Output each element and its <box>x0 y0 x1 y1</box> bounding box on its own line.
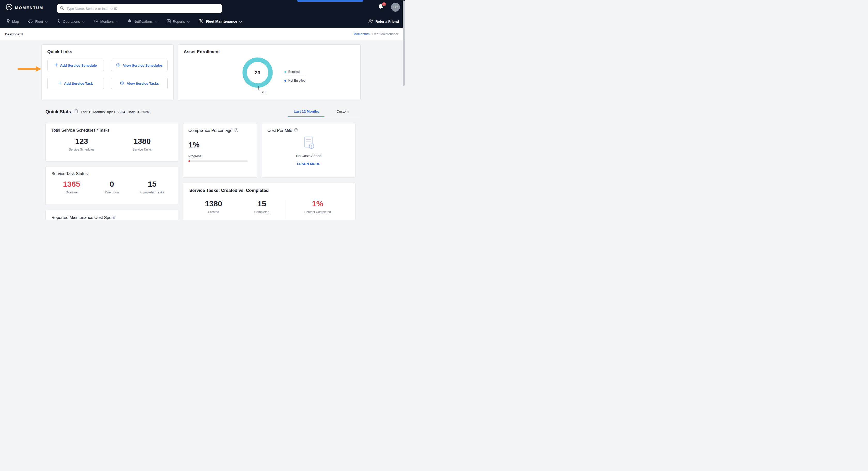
eye-icon <box>120 81 125 86</box>
chevron-down-icon <box>116 20 118 24</box>
nav-item-map[interactable]: Map <box>6 19 19 24</box>
nav-item-monitors[interactable]: Monitors <box>94 19 118 24</box>
eye-icon <box>116 63 121 67</box>
stat-value: 0 <box>92 180 132 188</box>
plus-icon <box>58 81 62 86</box>
add-service-schedule-button[interactable]: Add Service Schedule <box>47 60 104 71</box>
stat-value: 123 <box>52 137 112 145</box>
stat-value: 1380 <box>112 137 172 145</box>
nav-label: Fleet Maintenance <box>206 19 237 24</box>
asset-enrollment-donut-chart: 23 25 <box>238 57 277 99</box>
stat-label: Due Soon <box>92 191 132 194</box>
stat-label: Completed <box>238 210 286 214</box>
nav-item-notifications[interactable]: Notifications <box>128 19 157 24</box>
avatar[interactable]: LC <box>391 3 400 11</box>
nav-item-fleet[interactable]: Fleet <box>28 19 48 24</box>
asset-enrollment-card: Asset Enrollment 23 25 Enrolled Not Enro… <box>178 44 361 100</box>
stat-service-schedules: 123 Service Schedules <box>52 137 112 151</box>
stat-overdue: 1365 Overdue <box>52 180 92 194</box>
legend-label: Enrolled <box>288 70 300 73</box>
receipt-icon: $ <box>303 136 315 151</box>
map-pin-icon <box>6 19 10 24</box>
breadcrumb: Momentum / Fleet Maintenance <box>353 32 399 36</box>
stat-label: Completed Tasks <box>132 191 172 194</box>
nav-label: Fleet <box>35 20 43 24</box>
stat-percent-completed: 1% Percent Completed <box>286 200 349 214</box>
refer-label: Refer a Friend <box>375 20 399 24</box>
search-input[interactable] <box>66 6 219 11</box>
breadcrumb-current: Fleet Maintenance <box>372 32 399 36</box>
scrollbar-thumb[interactable] <box>403 1 405 86</box>
view-service-schedules-button[interactable]: View Service Schedules <box>111 60 168 71</box>
stat-value: 1% <box>286 200 349 208</box>
total-schedules-tasks-card: Total Service Schedules / Tasks 123 Serv… <box>45 123 178 161</box>
notifications-bell-button[interactable]: 2 <box>378 3 384 11</box>
stat-value: 15 <box>132 180 172 188</box>
status-title: Service Task Status <box>52 171 172 176</box>
stat-value: 15 <box>238 200 286 208</box>
nav-label: Map <box>12 20 19 24</box>
help-icon[interactable]: ? <box>234 128 239 133</box>
stat-label: Overdue <box>52 191 92 194</box>
compliance-percentage-card: Compliance Percentage ? 1% Progress <box>183 123 257 178</box>
range-label: Last 12 Months: <box>81 110 106 114</box>
svg-text:?: ? <box>295 129 297 131</box>
help-icon[interactable]: ? <box>294 128 298 133</box>
tab-last-12-months[interactable]: Last 12 Months <box>288 106 324 117</box>
learn-more-link[interactable]: LEARN MORE <box>297 162 320 166</box>
nav-label: Operations <box>63 20 80 24</box>
breadcrumb-root-link[interactable]: Momentum <box>353 32 370 36</box>
quick-stats-tabs: Last 12 Months Custom <box>288 106 361 117</box>
top-right-cluster: 2 LC <box>378 3 400 11</box>
created-vs-completed-card: Service Tasks: Created vs. Completed 138… <box>183 183 355 220</box>
gauge-icon <box>94 19 98 24</box>
compliance-progress-bar <box>188 160 248 162</box>
service-task-status-card: Service Task Status 1365 Overdue 0 Due S… <box>45 166 178 205</box>
quick-stats-range: Last 12 Months: Apr 1, 2024 - Mar 31, 20… <box>81 110 149 114</box>
brand-name: MOMENTUM <box>15 5 43 10</box>
cost-per-mile-card: Cost Per Mile ? $ No Costs Added LEARN M… <box>262 123 355 178</box>
stat-completed: 15 Completed <box>238 200 286 214</box>
nav-item-reports[interactable]: Reports <box>167 19 190 24</box>
report-icon <box>167 19 171 24</box>
chevron-down-icon <box>45 20 48 24</box>
tab-custom[interactable]: Custom <box>324 106 361 117</box>
nav-item-fleet-maintenance[interactable]: Fleet Maintenance <box>199 19 242 24</box>
stat-service-tasks: 1380 Service Tasks <box>112 137 172 151</box>
compliance-title-text: Compliance Percentage <box>188 128 232 133</box>
stat-completed-tasks: 15 Completed Tasks <box>132 180 172 194</box>
nav-item-operations[interactable]: Operations <box>57 19 85 24</box>
chevron-down-icon <box>82 20 85 24</box>
add-service-task-button[interactable]: Add Service Task <box>47 78 104 89</box>
compliance-progress-fill <box>188 160 190 162</box>
stat-value: 1380 <box>189 200 238 208</box>
progress-label: Progress <box>188 154 252 158</box>
annotation-arrow <box>18 66 42 72</box>
button-label: View Service Tasks <box>127 82 159 86</box>
view-service-tasks-button[interactable]: View Service Tasks <box>111 78 168 89</box>
totals-stats: 123 Service Schedules 1380 Service Tasks <box>52 137 172 151</box>
top-bar: MOMENTUM 2 LC Map Fleet <box>0 0 405 28</box>
stat-label: Created <box>189 210 238 214</box>
compliance-value: 1% <box>188 140 252 149</box>
quick-links-card: Quick Links Add Service Schedule View Se… <box>41 44 174 100</box>
brand[interactable]: MOMENTUM <box>6 4 43 11</box>
reported-cost-title: Reported Maintenance Cost Spent <box>52 215 172 220</box>
stat-label: Service Tasks <box>112 148 172 151</box>
refer-friend-icon <box>368 19 373 24</box>
calendar-icon <box>74 109 78 115</box>
donut-center-value: 23 <box>255 70 260 75</box>
quick-stats-left: Quick Stats Last 12 Months: Apr 1, 2024 … <box>41 109 149 117</box>
donut-legend: Enrolled Not Enrolled <box>284 70 305 82</box>
asset-enrollment-title: Asset Enrollment <box>184 49 355 55</box>
annotation-arrow-shaft <box>18 68 36 70</box>
button-label: Add Service Task <box>64 82 93 86</box>
page-title: Dashboard <box>5 32 23 36</box>
svg-text:$: $ <box>311 145 313 148</box>
range-value: Apr 1, 2024 - Mar 31, 2025 <box>107 110 149 114</box>
reported-maintenance-cost-card: Reported Maintenance Cost Spent <box>45 210 178 220</box>
refer-a-friend-button[interactable]: Refer a Friend <box>368 19 399 24</box>
global-search <box>57 4 222 13</box>
legend-dot-not-enrolled <box>284 80 286 82</box>
button-label: Add Service Schedule <box>60 64 97 67</box>
